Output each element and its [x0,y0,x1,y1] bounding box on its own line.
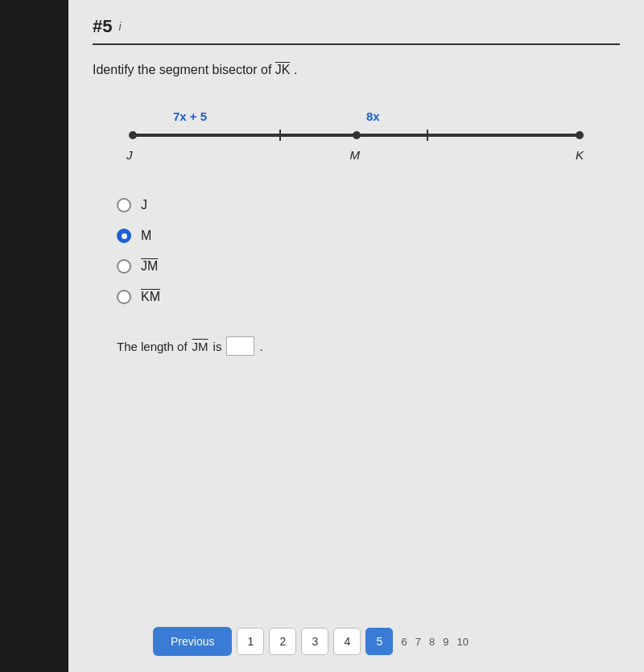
page-btn-6[interactable]: 6 [401,636,407,648]
page-btn-8[interactable]: 8 [429,636,435,648]
previous-button[interactable]: Previous [153,627,232,656]
question-text: Identify the segment bisector of JK . [93,63,620,77]
radio-jm[interactable] [117,259,131,274]
radio-j[interactable] [117,198,131,212]
point-k-dot [576,131,584,139]
length-input[interactable] [226,336,254,356]
question-number: #5 [93,16,112,37]
label-8x: 8x [366,109,380,123]
page-btn-4[interactable]: 4 [333,628,361,655]
diagram-container: 7x + 5 8x J M K [117,109,596,174]
radio-m[interactable] [117,229,131,243]
info-icon: i [118,20,121,33]
segment-line [133,134,580,137]
tick-right [427,130,428,141]
option-km-label: KM [141,290,160,304]
page-btn-7[interactable]: 7 [415,636,421,648]
option-jm[interactable]: JM [117,259,620,274]
option-j-label: J [141,198,147,212]
label-j: J [126,148,133,162]
question-postfix: . [294,63,297,76]
option-jm-label: JM [141,259,158,274]
length-section: The length of JM is . [117,336,620,356]
option-m[interactable]: M [117,229,620,243]
left-panel [0,0,68,672]
length-text-before: The length of [117,340,188,353]
label-m: M [350,148,361,162]
question-text-before: Identify the segment bisector of [93,63,271,76]
main-content: #5 i Identify the segment bisector of JK… [68,0,644,672]
point-m-dot [353,131,361,139]
length-period: . [259,340,262,353]
question-segment: JK [275,63,291,76]
label-7x: 7x + 5 [173,109,207,123]
option-j[interactable]: J [117,198,620,212]
tick-left [279,130,281,141]
page-btn-2[interactable]: 2 [269,628,296,655]
option-m-label: M [141,229,151,243]
page-btn-5[interactable]: 5 [365,628,393,655]
radio-km[interactable] [117,290,131,304]
page-btn-10[interactable]: 10 [456,636,468,648]
bottom-nav: Previous 1 2 3 4 5 6 7 8 9 10 [137,627,644,656]
point-j-dot [129,131,137,139]
label-k: K [576,148,584,162]
options-container: J M JM KM [117,198,620,304]
page-btn-9[interactable]: 9 [443,636,448,648]
page-btn-3[interactable]: 3 [301,628,328,655]
page-btn-1[interactable]: 1 [237,628,264,655]
length-text-after: is [213,340,222,353]
length-segment: JM [192,340,208,353]
question-header: #5 i [93,16,620,45]
option-km[interactable]: KM [117,290,620,304]
